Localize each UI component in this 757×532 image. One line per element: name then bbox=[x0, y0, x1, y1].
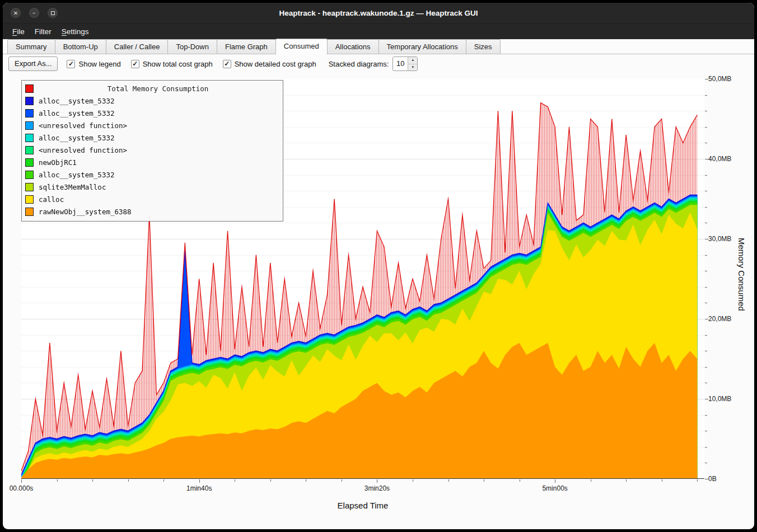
legend-title: Total Memory Consumption bbox=[39, 84, 277, 93]
x-axis-minor-tick bbox=[697, 479, 698, 482]
checkbox-show-detailed-cost-graph[interactable]: ✓Show detailed cost graph bbox=[223, 60, 316, 68]
menu-item-filter[interactable]: Filter bbox=[30, 26, 57, 37]
legend-item: sqlite3MemMalloc bbox=[22, 181, 283, 193]
x-axis-minor-tick bbox=[342, 479, 342, 482]
y-axis-title: Memory Consumed bbox=[737, 238, 746, 311]
x-axis-minor-tick bbox=[270, 479, 271, 482]
checkbox-label: Show legend bbox=[78, 60, 120, 68]
app-window: ✕− Heaptrack - heaptrack.wakunode.1.gz —… bbox=[3, 3, 754, 529]
checkbox-show-total-cost-graph[interactable]: ✓Show total cost graph bbox=[131, 60, 213, 68]
y-axis-tick bbox=[705, 399, 708, 399]
x-axis-minor-tick bbox=[306, 479, 306, 482]
y-axis-minor-tick bbox=[705, 127, 707, 128]
x-axis-minor-tick bbox=[163, 479, 164, 482]
legend-item: <unresolved function> bbox=[22, 144, 283, 156]
stacked-diagrams-label: Stacked diagrams: bbox=[329, 60, 389, 68]
tab-bottom-up[interactable]: Bottom-Up bbox=[55, 39, 106, 54]
x-axis-minor-tick bbox=[626, 479, 627, 482]
legend-label: alloc__system_5332 bbox=[39, 171, 114, 179]
legend-label: alloc__system_5332 bbox=[39, 109, 114, 117]
legend-label: sqlite3MemMalloc bbox=[39, 183, 106, 191]
tab-summary[interactable]: Summary bbox=[7, 39, 55, 54]
menu-item-settings[interactable]: Settings bbox=[57, 26, 94, 37]
x-axis-tick bbox=[21, 479, 22, 483]
y-axis-tick bbox=[705, 79, 708, 79]
window-controls: ✕− bbox=[11, 8, 58, 18]
y-axis-minor-tick bbox=[705, 143, 707, 143]
stacked-diagrams-value[interactable]: 10 bbox=[393, 57, 408, 70]
y-axis-minor-tick bbox=[705, 207, 707, 208]
x-axis-minor-tick bbox=[92, 479, 93, 482]
y-axis-minor-tick bbox=[705, 303, 707, 303]
y-axis-minor-tick bbox=[705, 351, 707, 351]
y-axis-minor-tick bbox=[705, 287, 707, 288]
legend-label: <unresolved function> bbox=[39, 121, 127, 130]
legend-item: <unresolved function> bbox=[22, 119, 283, 131]
y-axis-minor-tick bbox=[705, 383, 707, 383]
x-axis-minor-tick bbox=[57, 479, 58, 482]
y-axis-tick bbox=[705, 479, 708, 479]
window-title: Heaptrack - heaptrack.wakunode.1.gz — He… bbox=[3, 3, 754, 23]
tab-caller-callee[interactable]: Caller / Callee bbox=[106, 39, 169, 54]
x-axis-minor-tick bbox=[413, 479, 413, 482]
checkbox-box[interactable]: ✓ bbox=[67, 60, 75, 68]
legend-swatch bbox=[25, 146, 34, 154]
legend-item: alloc__system_5332 bbox=[22, 95, 283, 107]
x-axis-minor-tick bbox=[448, 479, 449, 482]
legend-swatch bbox=[25, 97, 34, 105]
toolbar-checkboxes: ✓Show legend✓Show total cost graph✓Show … bbox=[67, 60, 316, 68]
legend-label: alloc__system_5332 bbox=[39, 134, 114, 142]
legend-swatch bbox=[25, 134, 34, 142]
chart-legend: Total Memory Consumption alloc__system_5… bbox=[21, 80, 283, 222]
y-axis-tick-label: 0B bbox=[708, 475, 717, 483]
legend-item: alloc__system_5332 bbox=[22, 131, 283, 144]
menu-item-file[interactable]: File bbox=[7, 26, 30, 37]
maximize-button[interactable] bbox=[48, 8, 58, 18]
legend-swatch bbox=[25, 195, 34, 204]
tab-flame-graph[interactable]: Flame Graph bbox=[217, 39, 276, 54]
checkbox-label: Show total cost graph bbox=[143, 60, 213, 68]
tab-bar: SummaryBottom-UpCaller / CalleeTop-DownF… bbox=[3, 39, 754, 54]
y-axis-tick-label: 30,0MB bbox=[708, 235, 731, 243]
maximize-icon bbox=[51, 11, 55, 15]
tab-allocations[interactable]: Allocations bbox=[327, 39, 379, 54]
y-axis-minor-tick bbox=[705, 95, 707, 96]
spin-up-button[interactable]: ▴ bbox=[408, 57, 417, 64]
stacked-diagrams-spinbox[interactable]: 10 ▴ ▾ bbox=[392, 57, 418, 71]
tab-top-down[interactable]: Top-Down bbox=[167, 39, 217, 54]
legend-swatch bbox=[25, 171, 34, 179]
stacked-diagrams-group: Stacked diagrams: 10 ▴ ▾ bbox=[329, 57, 418, 71]
y-axis-minor-tick bbox=[705, 223, 707, 223]
spin-down-button[interactable]: ▾ bbox=[408, 64, 417, 71]
tab-sizes[interactable]: Sizes bbox=[466, 39, 501, 54]
legend-swatch bbox=[25, 183, 34, 191]
x-axis-minor-tick bbox=[484, 479, 484, 482]
minimize-button[interactable]: − bbox=[29, 8, 39, 18]
legend-item: newObjRC1 bbox=[22, 156, 283, 168]
y-axis-minor-tick bbox=[705, 191, 707, 191]
x-axis-tick bbox=[377, 479, 377, 483]
close-button[interactable]: ✕ bbox=[11, 8, 21, 18]
tab-consumed[interactable]: Consumed bbox=[275, 39, 328, 54]
export-as-button[interactable]: Export As... bbox=[8, 57, 58, 71]
checkbox-show-legend[interactable]: ✓Show legend bbox=[67, 60, 120, 68]
y-axis-tick bbox=[705, 159, 708, 159]
y-axis-minor-tick bbox=[705, 463, 707, 463]
legend-item: alloc__system_5332 bbox=[22, 107, 283, 119]
tab-temporary-allocations[interactable]: Temporary Allocations bbox=[378, 39, 466, 54]
checkbox-box[interactable]: ✓ bbox=[131, 60, 139, 68]
y-axis-tick-label: 20,0MB bbox=[708, 315, 731, 323]
y-axis-tick-label: 10,0MB bbox=[708, 395, 731, 403]
y-axis-minor-tick bbox=[705, 271, 707, 271]
y-axis-tick bbox=[705, 239, 708, 239]
x-axis-tick-label: 1min40s bbox=[186, 484, 212, 492]
legend-swatch bbox=[25, 121, 34, 130]
y-axis-minor-tick bbox=[705, 415, 707, 416]
y-axis-minor-tick bbox=[705, 447, 707, 448]
checkbox-box[interactable]: ✓ bbox=[223, 60, 231, 68]
y-axis-minor-tick bbox=[705, 175, 707, 176]
x-axis-minor-tick bbox=[591, 479, 591, 482]
y-axis-minor-tick bbox=[705, 111, 707, 111]
y-axis-minor-tick bbox=[705, 367, 707, 368]
legend-item: alloc__system_5332 bbox=[22, 168, 283, 181]
